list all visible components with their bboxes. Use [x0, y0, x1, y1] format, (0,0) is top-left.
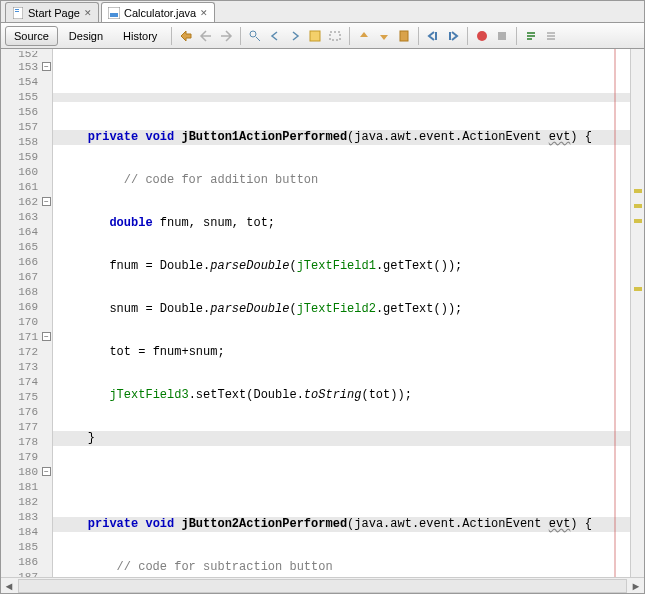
last-edit-icon[interactable] [177, 27, 195, 45]
toggle-highlight-icon[interactable] [306, 27, 324, 45]
fold-toggle-icon[interactable]: − [42, 197, 51, 206]
line-number: 170 [1, 315, 52, 330]
next-bookmark-icon[interactable] [375, 27, 393, 45]
tab-label: Calculator.java [124, 7, 196, 19]
separator [516, 27, 517, 45]
code-line: // code for subtraction button [53, 560, 630, 575]
separator [240, 27, 241, 45]
right-margin-line [614, 49, 616, 577]
tab-design[interactable]: Design [60, 26, 112, 46]
code-line: tot = fnum+snum; [53, 345, 630, 360]
horizontal-scrollbar[interactable]: ◄ ► [1, 577, 644, 593]
code-line: private void jButton2ActionPerformed(jav… [53, 517, 630, 532]
line-number: 157 [1, 120, 52, 135]
code-editor[interactable]: 152 153− 154 155 156 157 158 159 160 161… [1, 49, 644, 577]
line-number: 173 [1, 360, 52, 375]
line-number: 171− [1, 330, 52, 345]
tab-label: Design [69, 30, 103, 42]
line-number: 186 [1, 555, 52, 570]
close-icon[interactable]: ✕ [84, 8, 92, 18]
toggle-bookmark-icon[interactable] [395, 27, 413, 45]
line-number: 162− [1, 195, 52, 210]
separator [467, 27, 468, 45]
code-line: fnum = Double.parseDouble(jTextField1.ge… [53, 259, 630, 274]
toggle-rect-select-icon[interactable] [326, 27, 344, 45]
svg-point-5 [250, 31, 256, 37]
page-icon [12, 7, 24, 19]
line-number: 177 [1, 420, 52, 435]
shift-right-icon[interactable] [444, 27, 462, 45]
scrollbar-track[interactable] [18, 579, 627, 593]
warning-mark[interactable] [634, 287, 642, 291]
forward-icon[interactable] [217, 27, 235, 45]
scroll-right-icon[interactable]: ► [628, 580, 644, 592]
find-next-icon[interactable] [286, 27, 304, 45]
scroll-left-icon[interactable]: ◄ [1, 580, 17, 592]
line-number: 176 [1, 405, 52, 420]
editor-toolbar: Source Design History [1, 23, 644, 49]
code-area[interactable]: private void jButton1ActionPerformed(jav… [53, 49, 630, 577]
back-icon[interactable] [197, 27, 215, 45]
line-number: 163 [1, 210, 52, 225]
fold-toggle-icon[interactable]: − [42, 467, 51, 476]
line-number: 161 [1, 180, 52, 195]
tab-calculator-java[interactable]: Calculator.java ✕ [101, 2, 215, 22]
line-number: 178 [1, 435, 52, 450]
find-selection-icon[interactable] [246, 27, 264, 45]
tab-label: History [123, 30, 157, 42]
svg-rect-13 [498, 32, 506, 40]
line-number: 169 [1, 300, 52, 315]
code-line: // code for addition button [53, 173, 630, 188]
fold-toggle-icon[interactable]: − [42, 62, 51, 71]
svg-rect-4 [110, 13, 118, 17]
start-macro-icon[interactable] [473, 27, 491, 45]
tab-history[interactable]: History [114, 26, 166, 46]
line-number: 181 [1, 480, 52, 495]
find-prev-icon[interactable] [266, 27, 284, 45]
fold-toggle-icon[interactable]: − [42, 332, 51, 341]
line-number: 180− [1, 465, 52, 480]
line-number: 172 [1, 345, 52, 360]
code-line [53, 474, 630, 489]
line-number: 179 [1, 450, 52, 465]
close-icon[interactable]: ✕ [200, 8, 208, 18]
code-line: private void jButton1ActionPerformed(jav… [53, 130, 630, 145]
line-number: 168 [1, 285, 52, 300]
line-number: 153− [1, 60, 52, 75]
line-number: 167 [1, 270, 52, 285]
warning-mark[interactable] [634, 219, 642, 223]
svg-rect-9 [400, 31, 408, 41]
line-number: 164 [1, 225, 52, 240]
tab-start-page[interactable]: Start Page ✕ [5, 2, 99, 22]
code-line: double fnum, snum, tot; [53, 216, 630, 231]
separator [418, 27, 419, 45]
shift-left-icon[interactable] [424, 27, 442, 45]
line-number: 155 [1, 90, 52, 105]
tab-label: Source [14, 30, 49, 42]
svg-rect-1 [15, 9, 19, 10]
line-number: 187 [1, 570, 52, 577]
svg-rect-8 [330, 32, 340, 40]
code-line: snum = Double.parseDouble(jTextField2.ge… [53, 302, 630, 317]
error-stripe[interactable] [630, 49, 644, 577]
java-file-icon [108, 7, 120, 19]
warning-mark[interactable] [634, 204, 642, 208]
warning-mark[interactable] [634, 189, 642, 193]
line-number: 154 [1, 75, 52, 90]
line-number: 165 [1, 240, 52, 255]
uncomment-icon[interactable] [542, 27, 560, 45]
prev-bookmark-icon[interactable] [355, 27, 373, 45]
stop-macro-icon[interactable] [493, 27, 511, 45]
line-number: 182 [1, 495, 52, 510]
line-number: 156 [1, 105, 52, 120]
line-number: 184 [1, 525, 52, 540]
separator [349, 27, 350, 45]
tab-source[interactable]: Source [5, 26, 58, 46]
svg-rect-7 [310, 31, 320, 41]
line-number: 174 [1, 375, 52, 390]
code-line: jTextField3.setText(Double.toString(tot)… [53, 388, 630, 403]
line-number: 160 [1, 165, 52, 180]
line-number: 185 [1, 540, 52, 555]
comment-icon[interactable] [522, 27, 540, 45]
code-line [53, 93, 630, 102]
